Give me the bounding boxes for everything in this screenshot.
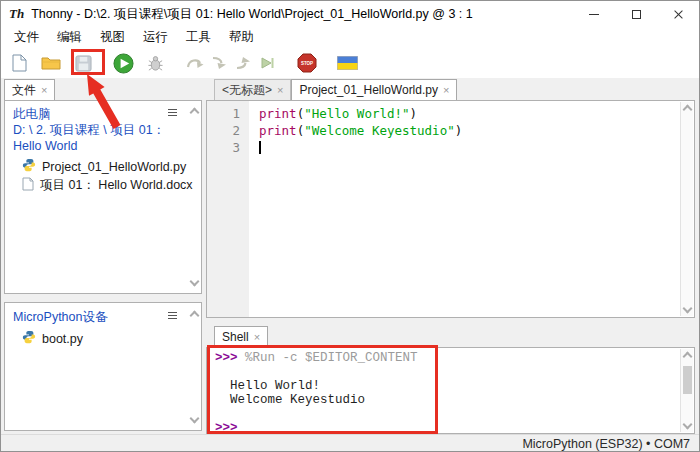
files-tab-label: 文件 — [12, 82, 36, 99]
menu-item[interactable]: 编辑 — [48, 27, 91, 48]
language-flag-button[interactable] — [335, 50, 359, 76]
file-name: Project_01_HelloWorld.py — [42, 160, 186, 174]
resume-icon — [259, 56, 275, 70]
micropython-device-panel: MicroPython设备 boot.py — [4, 302, 202, 431]
menu-bar: 文件编辑视图运行工具帮助 — [1, 27, 699, 48]
step-into-button[interactable] — [207, 50, 231, 76]
line-number: 1 — [207, 105, 249, 122]
editor-tab-row: <无标题>×Project_01_HelloWorld.py× — [214, 79, 457, 100]
status-bar: MicroPython (ESP32) • COM7 — [1, 434, 699, 452]
list-item[interactable]: boot.py — [5, 329, 187, 348]
device-scroll-up-icon[interactable] — [190, 311, 200, 321]
annotation-shell-highlight-box — [207, 345, 438, 434]
shell-tab-close-icon[interactable]: × — [254, 331, 260, 343]
shell-scroll-up-icon[interactable] — [683, 352, 693, 362]
menu-item[interactable]: 运行 — [134, 27, 177, 48]
minimize-button[interactable] — [573, 1, 615, 27]
files-list: Project_01_HelloWorld.py项目 01： Hello Wor… — [5, 157, 187, 195]
text-cursor — [259, 141, 261, 154]
step-over-icon — [186, 56, 204, 70]
python-file-icon — [22, 330, 36, 347]
code-line: print("Welcome Keyestudio") — [259, 122, 680, 139]
menu-item[interactable]: 文件 — [5, 27, 48, 48]
editor-scroll-up-icon[interactable] — [683, 105, 693, 115]
files-tab-close-icon[interactable]: × — [41, 84, 47, 96]
step-into-icon — [211, 56, 227, 70]
step-over-button[interactable] — [183, 50, 207, 76]
editor-gutter: 123 — [207, 101, 249, 317]
device-panel-header: MicroPython设备 — [13, 309, 107, 326]
shell-tab-row: Shell × — [214, 326, 268, 347]
editor-tab-close-icon[interactable]: × — [443, 84, 449, 96]
tab-editor-untitled[interactable]: <无标题>× — [214, 79, 291, 100]
file-name: 项目 01： Hello World.docx — [40, 177, 193, 194]
maximize-button[interactable] — [615, 1, 657, 27]
python-file-icon — [22, 158, 36, 175]
debug-icon — [147, 55, 164, 72]
tab-files[interactable]: 文件 × — [4, 79, 55, 100]
menu-item[interactable]: 工具 — [177, 27, 220, 48]
open-file-button[interactable] — [39, 50, 63, 76]
device-menu-icon[interactable] — [168, 312, 177, 319]
list-item[interactable]: 项目 01： Hello World.docx — [5, 176, 187, 195]
code-text: ) — [410, 106, 418, 121]
menu-item[interactable]: 视图 — [91, 27, 134, 48]
device-file-list: boot.py — [5, 329, 187, 348]
resume-button[interactable] — [255, 50, 279, 76]
step-out-button[interactable] — [231, 50, 255, 76]
annotation-arrow-icon — [81, 71, 127, 133]
file-name: boot.py — [42, 332, 83, 346]
code-line — [259, 139, 680, 156]
interpreter-status[interactable]: MicroPython (ESP32) • COM7 — [522, 437, 690, 451]
editor-tab-label: Project_01_HelloWorld.py — [299, 83, 438, 97]
stop-button[interactable]: STOP — [295, 50, 319, 76]
files-scroll-up-icon[interactable] — [190, 108, 200, 118]
step-out-icon — [235, 56, 251, 70]
title-bar[interactable]: Th Thonny - D:\2. 项目课程\项目 01: Hello Worl… — [1, 1, 699, 27]
close-icon — [673, 9, 684, 20]
debug-button[interactable] — [143, 50, 167, 76]
device-scroll-down-icon[interactable] — [190, 414, 200, 424]
files-menu-icon[interactable] — [168, 109, 177, 116]
ukraine-flag-icon — [337, 56, 358, 70]
tab-editor-active[interactable]: Project_01_HelloWorld.py× — [291, 79, 457, 100]
new-file-icon — [12, 54, 27, 72]
new-file-button[interactable] — [7, 50, 31, 76]
shell-scrollbar-thumb[interactable] — [683, 366, 692, 394]
document-icon — [22, 177, 34, 194]
code-text: print — [259, 123, 297, 138]
line-number: 3 — [207, 139, 249, 156]
files-tab-row: 文件 × — [4, 79, 55, 100]
code-text: "Hello World!" — [304, 106, 409, 121]
editor-scroll-down-icon[interactable] — [683, 304, 693, 314]
close-button[interactable] — [657, 1, 699, 27]
editor-panel: 123 print("Hello World!")print("Welcome … — [206, 100, 695, 318]
menu-item[interactable]: 帮助 — [220, 27, 263, 48]
shell-tab-label: Shell — [222, 330, 249, 344]
window-title: Thonny - D:\2. 项目课程\项目 01: Hello World\P… — [31, 6, 473, 23]
minimize-icon — [589, 14, 599, 15]
maximize-icon — [632, 10, 641, 19]
code-line: print("Hello World!") — [259, 105, 680, 122]
open-folder-icon — [41, 55, 61, 71]
stop-icon: STOP — [297, 53, 317, 73]
shell-scrollbar[interactable] — [680, 349, 693, 432]
window-controls — [573, 1, 699, 27]
code-text: ) — [455, 123, 463, 138]
list-item[interactable]: Project_01_HelloWorld.py — [5, 157, 187, 176]
code-text: "Welcome Keyestudio" — [304, 123, 455, 138]
thonny-window: Th Thonny - D:\2. 项目课程\项目 01: Hello Worl… — [0, 0, 700, 452]
files-scroll-down-icon[interactable] — [190, 277, 200, 287]
code-text: print — [259, 106, 297, 121]
editor-code[interactable]: print("Hello World!")print("Welcome Keye… — [249, 101, 680, 317]
shell-scroll-down-icon[interactable] — [683, 420, 693, 430]
thonny-logo-icon: Th — [9, 6, 24, 22]
editor-tab-close-icon[interactable]: × — [277, 84, 283, 96]
line-number: 2 — [207, 122, 249, 139]
svg-text:STOP: STOP — [301, 61, 313, 66]
editor-tab-label: <无标题> — [222, 82, 272, 99]
tab-shell[interactable]: Shell × — [214, 326, 268, 347]
editor-scrollbar[interactable] — [680, 102, 693, 316]
files-root-link[interactable]: 此电脑 — [13, 106, 51, 123]
